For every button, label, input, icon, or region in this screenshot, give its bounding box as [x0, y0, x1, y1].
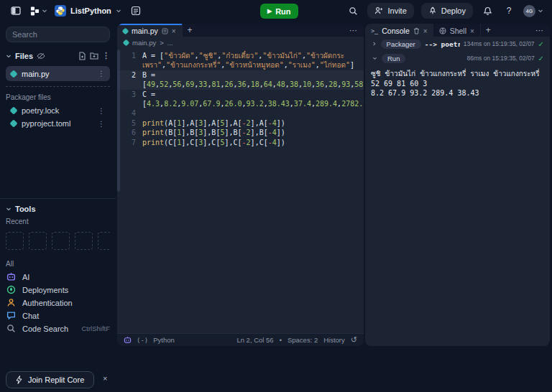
success-check-icon: ✓: [538, 55, 544, 62]
python-file-icon: [123, 39, 130, 46]
kebab-icon[interactable]: ⋮: [102, 51, 110, 60]
trash-icon[interactable]: [413, 27, 420, 34]
code-line[interactable]: 4: [117, 108, 364, 118]
entry-meta: 86ms on 15:19:35, 02/07: [467, 55, 535, 62]
tab-label: main.py: [132, 27, 158, 35]
file-row-main-py[interactable]: main.py ⋮: [6, 66, 110, 81]
search-icon[interactable]: [346, 4, 360, 18]
auth-icon: [6, 298, 16, 308]
tool-label: Deployments: [22, 286, 68, 294]
code-line[interactable]: 7print(C[1],C[3],C[5],C[-2],C[-4]): [117, 138, 364, 147]
code-line[interactable]: 2B = [49,52,56,69,33,81,26,36,18,64,48,3…: [117, 70, 364, 90]
tool-item-authentication[interactable]: Authentication: [6, 297, 110, 309]
sidebar-toggle-icon[interactable]: [9, 4, 23, 18]
tool-item-code-search[interactable]: Code SearchCtrlShiftF: [6, 322, 110, 335]
breadcrumb[interactable]: main.py > ...: [117, 37, 364, 48]
code-line-text: print(B[1],B[3],B[5],B[-2],B[-4]): [142, 128, 364, 137]
new-folder-icon[interactable]: [90, 52, 98, 60]
code-line[interactable]: 3C = [4.3,8.2,9.07,67.9,26.0,93.2,38.43,…: [117, 90, 364, 109]
console-entry-packager[interactable]: Packager --> poetr_ 134ms on 15:19:35, 0…: [365, 37, 550, 51]
account-menu[interactable]: 4G: [523, 5, 543, 17]
ai-chip-icon[interactable]: [124, 336, 132, 344]
file-name: poetry.lock: [22, 106, 59, 115]
close-icon[interactable]: ×: [470, 27, 474, 35]
tab-label: Shell: [450, 27, 466, 35]
history-label[interactable]: History: [323, 336, 345, 344]
language-label[interactable]: Python: [153, 336, 175, 344]
files-section-header[interactable]: Files ⋮: [6, 51, 110, 60]
recent-placeholder: [6, 232, 24, 250]
editor-pane: main.py × + ⋯ main.py > ... 1A = ["ข้าวผ…: [117, 24, 364, 346]
console-output-line: ซูชิ ข้าวมันไก่ ข้าวแกงกระหรี่ ราเมง ข้า…: [371, 69, 544, 79]
tab-label: Console: [382, 27, 410, 35]
replit-menu[interactable]: [30, 6, 47, 16]
file-name: pyproject.toml: [22, 119, 70, 128]
console-entry-run[interactable]: Run 86ms on 15:19:35, 02/07 ✓: [365, 51, 550, 65]
deploy-button[interactable]: Deploy: [421, 3, 473, 19]
tools-section-header[interactable]: Tools: [6, 205, 110, 213]
code-line[interactable]: 1A = ["ข้าวผัด","ซูชิ","ก๋วยเตี๋ยว","ข้า…: [117, 51, 364, 70]
chevron-right-icon[interactable]: [371, 41, 377, 47]
notifications-bell-icon[interactable]: [480, 4, 494, 18]
packager-files-label: Packager files: [6, 93, 110, 101]
file-name: main.py: [22, 70, 50, 78]
editor-pane-menu-icon[interactable]: ⋯: [343, 24, 364, 37]
join-replit-core-button[interactable]: Join Replit Core: [6, 371, 94, 388]
kebab-icon[interactable]: ⋮: [98, 107, 105, 115]
chevron-down-icon[interactable]: [371, 55, 378, 61]
tab-console[interactable]: >_ Console ×: [365, 24, 433, 37]
file-row[interactable]: poetry.lock⋮: [6, 104, 110, 117]
help-icon[interactable]: ?: [502, 4, 516, 18]
history-icon[interactable]: ↺: [351, 335, 357, 345]
editor-tabbar: main.py × + ⋯: [117, 24, 364, 37]
code-line[interactable]: 5print(A[1],A[3],A[5],A[-2],A[-4]): [117, 118, 364, 128]
recent-placeholder: [29, 232, 47, 250]
tool-label: Authentication: [22, 299, 73, 307]
new-tab-button[interactable]: +: [182, 24, 198, 37]
code-line-text: B = [49,52,56,69,33,81,26,36,18,64,48,38…: [142, 70, 364, 90]
run-button[interactable]: ▶ Run: [260, 4, 298, 19]
chevron-down-icon: [6, 53, 12, 59]
tool-item-ai[interactable]: AI: [6, 271, 110, 283]
file-row[interactable]: pyproject.toml⋮: [6, 117, 110, 130]
dismiss-join-icon[interactable]: ×: [103, 374, 107, 383]
tool-item-chat[interactable]: Chat: [6, 309, 110, 322]
success-check-icon: ✓: [538, 40, 544, 48]
close-icon[interactable]: ×: [172, 27, 176, 35]
code-editor[interactable]: 1A = ["ข้าวผัด","ซูชิ","ก๋วยเตี๋ยว","ข้า…: [117, 48, 364, 333]
project-selector[interactable]: ListPython: [55, 5, 121, 17]
deployments-icon: [6, 285, 16, 295]
tab-options-icon[interactable]: [162, 28, 168, 34]
console-output-line: 8.2 67.9 93.2 289.4 38.43: [371, 88, 544, 98]
editor-scrollbar[interactable]: [117, 50, 120, 192]
eye-off-icon[interactable]: [37, 52, 45, 60]
python-file-icon: [122, 27, 129, 34]
sidebar: Files ⋮ main.py ⋮ Packager files poetry.…: [0, 22, 116, 392]
storage-icon[interactable]: [129, 4, 143, 18]
console-pane-menu-icon[interactable]: ⋯: [529, 24, 550, 37]
code-line[interactable]: 6print(B[1],B[3],B[5],B[-2],B[-4]): [117, 128, 364, 137]
new-file-icon[interactable]: [78, 52, 86, 60]
cursor-position[interactable]: Ln 2, Col 56: [236, 336, 273, 344]
invite-button[interactable]: Invite: [367, 3, 413, 19]
search-icon: [6, 324, 16, 334]
python-file-icon: [9, 119, 17, 127]
tab-shell[interactable]: Shell ×: [433, 24, 480, 37]
breadcrumb-more: ...: [167, 39, 173, 47]
kebab-icon[interactable]: ⋮: [98, 70, 105, 78]
tab-main-py[interactable]: main.py ×: [117, 24, 182, 37]
search-input[interactable]: [12, 30, 104, 39]
close-icon[interactable]: ×: [423, 27, 428, 35]
tool-item-deployments[interactable]: Deployments: [6, 284, 110, 296]
chevron-down-icon: [538, 8, 543, 14]
topbar: ListPython ▶ Run Invite Deploy ? 4G: [0, 0, 552, 22]
kebab-icon[interactable]: ⋮: [98, 120, 105, 128]
python-file-icon: [9, 70, 17, 78]
spaces-setting[interactable]: Spaces: 2: [288, 336, 318, 344]
search-box[interactable]: [6, 27, 110, 42]
ai-icon: [6, 272, 16, 282]
entry-meta: 134ms on 15:19:35, 02/07: [464, 40, 535, 47]
console-output: ซูชิ ข้าวมันไก่ ข้าวแกงกระหรี่ ราเมง ข้า…: [365, 65, 550, 102]
console-pane: >_ Console × Shell × + ⋯ Packager --> po…: [365, 24, 550, 346]
new-tab-button[interactable]: +: [480, 24, 496, 37]
